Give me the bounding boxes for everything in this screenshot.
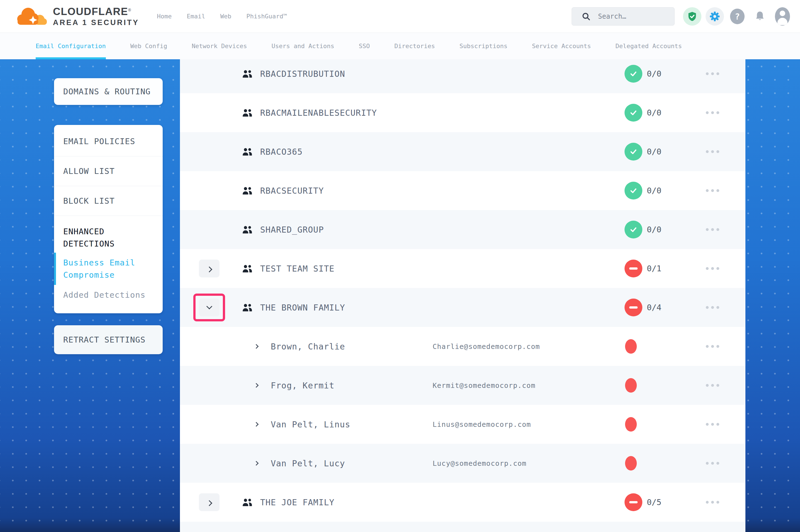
member-email: Lucy@somedemocorp.com: [433, 459, 526, 468]
member-chevron-icon[interactable]: [254, 383, 259, 388]
sidebar-card-email-policies: EMAIL POLICIESALLOW LISTBLOCK LISTENHANC…: [54, 125, 163, 313]
sidebar-item-allow-list[interactable]: ALLOW LIST: [54, 156, 163, 186]
row-menu-button[interactable]: [705, 226, 720, 233]
status-badge-blocked: [624, 493, 642, 511]
sidebar-item-label: ALLOW LIST: [63, 166, 115, 176]
tab-network-devices[interactable]: Network Devices: [192, 33, 247, 59]
tab-label: Email Configuration: [36, 42, 106, 50]
row-menu-button[interactable]: [705, 304, 720, 311]
table-row: Frog, Kermit Kermit@somedemocorp.com: [180, 366, 745, 405]
member-name: Frog, Kermit: [271, 381, 334, 391]
status-badge-ok: [624, 182, 642, 200]
sidebar-item-added-detections[interactable]: Added Detections: [54, 285, 163, 311]
sidebar-card-domains-routing[interactable]: DOMAINS & ROUTING: [54, 78, 163, 105]
group-icon: [242, 497, 253, 507]
tab-email-configuration[interactable]: Email Configuration: [36, 33, 106, 59]
member-name: Brown, Charlie: [271, 342, 345, 352]
groups-list-panel: RBACDISTRUBUTION 0/0 RBACMAILENABLESECUR…: [180, 59, 745, 532]
row-menu-button[interactable]: [705, 343, 720, 350]
group-name: THE BROWN FAMILY: [260, 303, 345, 312]
search-icon: [581, 12, 591, 21]
table-row: TEST TEAM SITE 0/1: [180, 249, 745, 288]
expander-button[interactable]: [199, 493, 219, 511]
content-area: DOMAINS & ROUTING EMAIL POLICIESALLOW LI…: [0, 59, 800, 532]
group-icon: [242, 69, 253, 78]
header-icon-cluster: ?: [683, 0, 792, 33]
app-header: CLOUDFLARE® AREA 1 SECURITY Home Email W…: [0, 0, 800, 33]
groups-list: RBACDISTRUBUTION 0/0 RBACMAILENABLESECUR…: [180, 59, 745, 532]
row-menu-button[interactable]: [705, 187, 720, 194]
expander-button[interactable]: [199, 260, 219, 278]
sidebar-card-retract-settings[interactable]: RETRACT SETTINGS: [54, 325, 163, 354]
table-row: RBACSECURITY 0/0: [180, 171, 745, 210]
table-row: Van Pelt, Linus Linus@somedemocorp.com: [180, 405, 745, 444]
member-count: 0/5: [647, 497, 661, 507]
sidebar-item-label: EMAIL POLICIES: [63, 137, 135, 146]
sidebar-item-business-email-compromise[interactable]: Business Email Compromise: [54, 253, 163, 285]
row-menu-button[interactable]: [705, 460, 720, 467]
sidebar-item-label: ENHANCED DETECTIONS: [63, 227, 115, 248]
row-menu-button[interactable]: [705, 382, 720, 389]
user-icon[interactable]: [773, 7, 792, 25]
status-badge-ok: [624, 221, 642, 239]
minus-icon: [629, 306, 638, 308]
cloudflare-cloud-icon: [16, 6, 49, 27]
tab-service-accounts[interactable]: Service Accounts: [532, 33, 591, 59]
tab-directories[interactable]: Directories: [395, 33, 435, 59]
member-count: 0/1: [647, 264, 661, 273]
member-count: 0/0: [647, 186, 661, 195]
table-row: RBACO365 0/0: [180, 132, 745, 171]
status-badge-ok: [624, 65, 642, 83]
config-tabbar: Email ConfigurationWeb ConfigNetwork Dev…: [0, 33, 800, 59]
member-chevron-icon[interactable]: [254, 344, 259, 349]
cloudflare-logo: CLOUDFLARE® AREA 1 SECURITY: [16, 6, 139, 27]
member-count: 0/0: [647, 147, 661, 156]
tab-users-and-actions[interactable]: Users and Actions: [272, 33, 334, 59]
group-icon: [242, 225, 253, 234]
search-box[interactable]: [571, 7, 675, 25]
tab-web-config[interactable]: Web Config: [130, 33, 167, 59]
row-menu-button[interactable]: [705, 421, 720, 428]
chevron-icon: [206, 266, 212, 272]
member-count: 0/4: [647, 303, 661, 312]
table-row: THE BROWN FAMILY 0/4: [180, 288, 745, 327]
brand-name: CLOUDFLARE®: [53, 6, 139, 18]
row-menu-button[interactable]: [705, 148, 720, 155]
help-icon[interactable]: ?: [728, 7, 746, 25]
tab-sso[interactable]: SSO: [359, 33, 370, 59]
row-menu-button[interactable]: [705, 265, 720, 272]
member-count: 0/0: [647, 108, 661, 117]
sidebar-item-block-list[interactable]: BLOCK LIST: [54, 186, 163, 216]
status-badge-ok: [624, 104, 642, 121]
sidebar-item-label: RETRACT SETTINGS: [63, 335, 145, 344]
gear-icon[interactable]: [706, 7, 724, 25]
nav-link-home[interactable]: Home: [155, 10, 174, 22]
status-dot: [625, 456, 637, 471]
search-input[interactable]: [598, 13, 668, 20]
group-icon: [242, 147, 253, 156]
sidebar-item-email-policies[interactable]: EMAIL POLICIES: [54, 127, 163, 156]
row-menu-button[interactable]: [705, 499, 720, 506]
sidebar-item-enhanced-detections: ENHANCED DETECTIONS: [54, 216, 163, 253]
row-menu-button[interactable]: [705, 70, 720, 77]
tab-label: Delegated Accounts: [616, 42, 682, 50]
table-row: RBACDISTRUBUTION 0/0: [180, 59, 745, 93]
member-count: 0/0: [647, 225, 661, 234]
status-dot: [625, 378, 637, 393]
member-chevron-icon[interactable]: [254, 422, 259, 427]
member-chevron-icon[interactable]: [254, 461, 259, 466]
tab-label: Users and Actions: [272, 42, 334, 50]
tab-delegated-accounts[interactable]: Delegated Accounts: [616, 33, 682, 59]
bell-icon[interactable]: [751, 7, 769, 25]
nav-link-web[interactable]: Web: [218, 10, 234, 22]
member-email: Kermit@somedemocorp.com: [433, 381, 535, 390]
shield-check-icon[interactable]: [683, 7, 702, 25]
member-name: Van Pelt, Lucy: [271, 458, 345, 468]
status-dot: [625, 417, 637, 432]
tab-label: SSO: [359, 42, 370, 50]
nav-link-phishguard[interactable]: PhishGuard™: [244, 10, 289, 22]
nav-link-email[interactable]: Email: [185, 10, 207, 22]
row-menu-button[interactable]: [705, 109, 720, 116]
member-email: Charlie@somedemocorp.com: [433, 343, 540, 350]
tab-subscriptions[interactable]: Subscriptions: [459, 33, 507, 59]
